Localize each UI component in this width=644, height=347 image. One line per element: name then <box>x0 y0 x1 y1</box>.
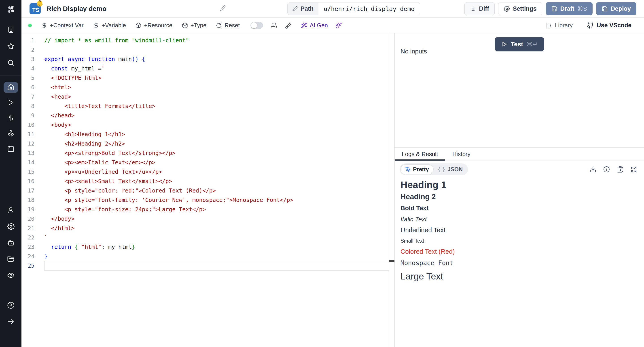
sidebar-item-help[interactable] <box>4 300 18 311</box>
path-widget[interactable]: Path u/henri/rich_display_demo <box>287 2 420 15</box>
add-type-button[interactable]: +Type <box>182 22 206 29</box>
tab-logs-result[interactable]: Logs & Result <box>395 148 445 160</box>
diff-icon <box>470 6 476 12</box>
home-icon <box>7 84 14 92</box>
user-icon <box>7 206 14 215</box>
add-context-var-button[interactable]: +Context Var <box>41 22 84 29</box>
windmill-logo-icon[interactable] <box>6 3 16 16</box>
draft-button[interactable]: Draft ⌘S <box>546 2 592 15</box>
line-number: 2 <box>22 45 34 54</box>
code-line[interactable]: 21 </html> <box>22 224 389 233</box>
tab-history[interactable]: History <box>445 148 478 160</box>
view-mode-segmented-control: Pretty { } JSON <box>400 164 468 175</box>
pencil-icon <box>292 6 298 12</box>
sidebar-item-variables[interactable] <box>4 113 18 124</box>
users-icon[interactable] <box>270 22 277 29</box>
status-dot-icon <box>28 24 32 27</box>
sidebar-item-folders[interactable] <box>4 254 18 265</box>
code-line[interactable]: 16 <p><small>Small Text</small></p> <box>22 177 389 186</box>
add-variable-button[interactable]: +Variable <box>93 22 126 29</box>
code-line[interactable]: 18 <p style="font-family: 'Courier New',… <box>22 196 389 205</box>
baby-emoji-icon: 👶 <box>36 0 44 6</box>
clipboard-copy-icon[interactable] <box>617 166 624 173</box>
line-number: 13 <box>22 148 34 158</box>
library-button[interactable]: Library <box>546 22 572 29</box>
use-vscode-button[interactable]: Use VScode <box>587 22 632 29</box>
code-line[interactable]: 10 <body> <box>22 120 389 130</box>
boxes-icon <box>7 130 14 138</box>
code-line[interactable]: 15 <p><u>Underlined Text</u></p> <box>22 167 389 177</box>
line-number: 1 <box>22 36 34 45</box>
code-line[interactable]: 9 </head> <box>22 111 389 120</box>
line-number: 12 <box>22 139 34 148</box>
result-item-small: Small Text <box>400 238 644 244</box>
pretty-toggle[interactable]: Pretty <box>400 164 434 174</box>
sidebar-item-runs[interactable] <box>4 98 18 108</box>
cursor-position-marker <box>389 260 395 262</box>
sparkles-icon[interactable] <box>336 22 342 29</box>
download-icon[interactable] <box>590 166 596 173</box>
header: TS 👶 Rich Display demo Path u/henri/rich… <box>22 0 644 18</box>
code-line[interactable]: 6 <html> <box>22 83 389 92</box>
deploy-button[interactable]: Deploy <box>596 2 636 15</box>
line-number: 14 <box>22 158 34 167</box>
sidebar-item-search[interactable] <box>4 58 18 68</box>
result-item-italic: Italic Text <box>400 216 644 223</box>
package-icon <box>135 22 142 28</box>
path-value[interactable]: u/henri/rich_display_demo <box>318 2 420 15</box>
code-line[interactable]: 3export async function main() { <box>22 54 389 64</box>
line-number: 5 <box>22 73 34 83</box>
code-line[interactable]: 4 const my_html =` <box>22 64 389 73</box>
code-line[interactable]: 2 <box>22 45 389 54</box>
help-circle-icon <box>7 302 14 310</box>
sidebar-item-users[interactable] <box>4 205 18 216</box>
code-line[interactable]: 11 <h1>Heading 1</h1> <box>22 130 389 139</box>
code-line[interactable]: 8 <title>Text Formats</title> <box>22 102 389 111</box>
code-line[interactable]: 5 <!DOCTYPE html> <box>22 73 389 83</box>
search-icon <box>7 59 14 67</box>
sidebar-item-settings[interactable] <box>4 221 18 232</box>
reset-button[interactable]: Reset <box>216 22 240 29</box>
code-line[interactable]: 13 <p><strong>Bold Text</strong></p> <box>22 148 389 158</box>
code-line[interactable]: 1// import * as wmill from "windmill-cli… <box>22 36 389 45</box>
code-line[interactable]: 22` <box>22 233 389 242</box>
editor-overview-ruler[interactable] <box>389 33 394 347</box>
inputs-pane: Test ⌘↵ No inputs <box>395 33 644 148</box>
code-line[interactable]: 17 <p style="color: red;">Colored Text (… <box>22 186 389 196</box>
draft-shortcut: ⌘S <box>577 5 587 12</box>
sidebar-item-resources[interactable] <box>4 128 18 139</box>
test-button[interactable]: Test ⌘↵ <box>495 37 544 52</box>
ai-gen-button[interactable]: AI Gen <box>301 22 328 29</box>
code-line[interactable]: 12 <h2>Heading 2</h2> <box>22 139 389 148</box>
code-line[interactable]: 23 return { "html": my_html} <box>22 242 389 252</box>
code-editor[interactable]: 1// import * as wmill from "windmill-cli… <box>22 33 389 347</box>
sidebar-item-favorites[interactable] <box>4 41 18 52</box>
sidebar-item-workers[interactable] <box>4 238 18 248</box>
code-line[interactable]: 25 <box>22 261 389 270</box>
code-line[interactable]: 19 <p style="font-size: 24px;">Large Tex… <box>22 205 389 214</box>
library-icon <box>546 22 552 28</box>
settings-button[interactable]: Settings <box>498 2 542 15</box>
play-icon <box>501 41 507 48</box>
code-line[interactable]: 24} <box>22 252 389 261</box>
json-toggle[interactable]: { } JSON <box>434 164 467 174</box>
diff-mode-toggle[interactable] <box>250 22 263 29</box>
dollar-icon <box>41 22 48 28</box>
code-line[interactable]: 7 <head> <box>22 92 389 102</box>
sidebar-collapse-button[interactable] <box>4 316 18 327</box>
rename-pencil-icon[interactable] <box>219 5 226 13</box>
sidebar-item-audit[interactable] <box>4 270 18 281</box>
line-number: 6 <box>22 83 34 92</box>
code-line[interactable]: 14 <p><em>Italic Text</em></p> <box>22 158 389 167</box>
diff-button[interactable]: Diff <box>464 2 495 15</box>
sidebar-item-schedules[interactable] <box>4 144 18 154</box>
add-resource-button[interactable]: +Resource <box>135 22 172 29</box>
expand-icon[interactable] <box>630 166 637 173</box>
sidebar-item-home[interactable] <box>4 82 18 93</box>
format-brush-icon[interactable] <box>285 22 292 29</box>
info-icon[interactable] <box>603 166 610 173</box>
arrow-right-icon <box>7 318 14 326</box>
sidebar-item-workspace[interactable] <box>4 24 18 35</box>
code-line[interactable]: 20 </body> <box>22 214 389 224</box>
gear-icon <box>7 223 14 231</box>
